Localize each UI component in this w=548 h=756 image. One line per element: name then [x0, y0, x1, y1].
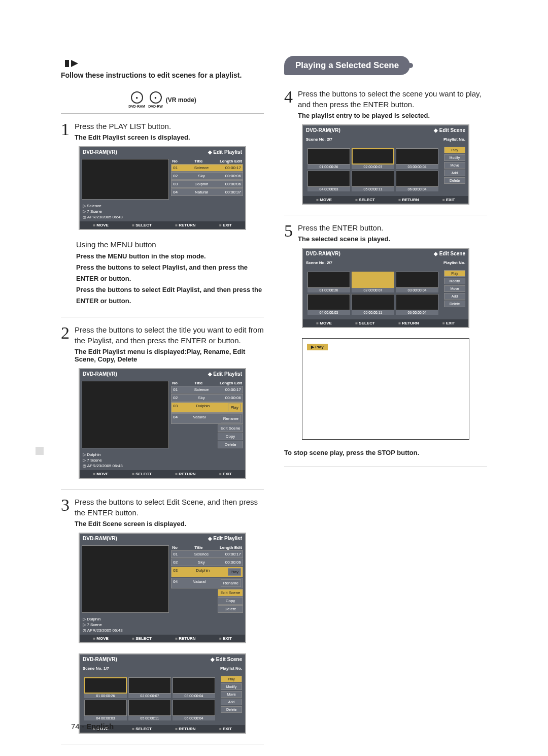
step-1-bold: The Edit Playlist screen is displayed. — [75, 134, 190, 141]
scene-thumb: 06 00:00:04 — [396, 171, 438, 191]
scene-thumb: 04 00:00:03 — [307, 171, 350, 191]
screenshot-playback-preview: ▶ Play — [302, 338, 469, 440]
deco-bar — [65, 60, 69, 67]
deco-triangle — [71, 60, 78, 67]
left-column: Follow these instructions to edit scenes… — [61, 56, 264, 751]
step-4-text: Press the buttons to select the scene yo… — [298, 88, 487, 110]
step-4: 4 Press the buttons to select the scene … — [284, 88, 487, 205]
divider — [61, 489, 264, 489]
play-indicator: ▶ Play — [307, 344, 328, 350]
scene-thumb: 06 00:00:04 — [396, 294, 438, 315]
scene-thumb: 04 00:00:03 — [307, 294, 350, 315]
step-3-number: 3 — [61, 497, 70, 514]
vr-mode-label: (VR mode) — [166, 96, 196, 104]
step-1: 1 Press the PLAY LIST button. The Edit P… — [61, 121, 264, 307]
scene-thumb: 03 00:00:04 — [396, 148, 438, 169]
step-2-text: Press the buttons to select the title yo… — [75, 324, 264, 346]
scene-button-play: Play — [221, 676, 242, 682]
menu-sub-b3: Press the buttons to select Edit Playlis… — [76, 284, 264, 307]
step-5: 5 Press the ENTER button. The selected s… — [284, 222, 487, 456]
step-4-bold: The playlist entry to be played is selec… — [298, 112, 487, 119]
page-number: 74 - English — [71, 722, 114, 731]
page-columns: Follow these instructions to edit scenes… — [61, 56, 487, 751]
side-margin-tab — [36, 447, 44, 455]
scene-button-delete: Delete — [221, 706, 242, 713]
screenshot-edit-playlist-menu: DVD-RAM(VR)◆ Edit Playlist NoTitleLength… — [79, 368, 246, 479]
scene-button-delete: Delete — [444, 177, 465, 184]
scene-button-move: Move — [444, 162, 465, 169]
divider — [61, 113, 264, 114]
scene-button-play: Play — [444, 270, 465, 277]
scene-button-move: Move — [221, 691, 242, 698]
stop-note: To stop scene play, press the STOP butto… — [284, 449, 487, 456]
screenshot-scene-play-highlight: DVD-RAM(VR)◆ Edit Scene Scene No. 2/7Pla… — [302, 248, 469, 328]
scene-button-modify: Modify — [444, 154, 465, 161]
disc-icons-row: ●DVD-RAM ●DVD-RW (VR mode) — [61, 91, 264, 108]
divider — [61, 317, 264, 317]
step-2-number: 2 — [61, 324, 70, 342]
scene-thumb: 06 00:00:04 — [173, 700, 215, 720]
scene-button-play: Play — [444, 147, 465, 153]
menu-sub-head: Using the MENU button — [76, 240, 264, 249]
screenshot-edit-scene-select: DVD-RAM(VR)◆ Edit Playlist NoTitleLength… — [79, 533, 246, 643]
step-4-number: 4 — [284, 88, 293, 106]
scene-thumb: 03 00:00:04 — [173, 677, 215, 698]
scene-thumb: 02 00:00:07 — [352, 148, 394, 169]
step-5-bold: The selected scene is played. — [298, 235, 390, 243]
step-2: 2 Press the buttons to select the title … — [61, 324, 264, 479]
step-3-text: Press the buttons to select Edit Scene, … — [75, 497, 264, 518]
scene-thumb: 04 00:00:03 — [84, 700, 127, 720]
intro-text: Follow these instructions to edit scenes… — [61, 71, 264, 79]
scene-thumb: 03 00:00:04 — [396, 272, 438, 292]
step-2-bold: The Edit Playlist menu is displayed:Play… — [75, 348, 264, 363]
scene-button-modify: Modify — [221, 683, 242, 690]
scene-thumb: 01 00:00:26 — [307, 272, 350, 292]
screenshot-edit-playlist-1: DVD-RAM(VR)◆ Edit Playlist NoTitleLength… — [79, 146, 246, 230]
screenshot-selected-scene: DVD-RAM(VR)◆ Edit Scene Scene No. 2/7Pla… — [302, 124, 469, 205]
divider — [61, 744, 264, 744]
scene-thumb: 02 00:00:07 — [352, 272, 394, 292]
section-heading-playing-scene: Playing a Selected Scene — [284, 56, 410, 75]
scene-thumb: 02 00:00:07 — [128, 677, 171, 698]
divider — [284, 467, 487, 467]
scene-button-modify: Modify — [444, 278, 465, 284]
scene-thumb: 05 00:00:11 — [128, 700, 171, 720]
disc-rw-icon: ●DVD-RW — [148, 91, 163, 108]
step-5-text: Press the ENTER button. — [298, 222, 390, 233]
scene-button-add: Add — [221, 699, 242, 705]
right-column: Playing a Selected Scene 4 Press the but… — [284, 56, 487, 751]
divider — [284, 215, 487, 215]
step-3: 3 Press the buttons to select Edit Scene… — [61, 497, 264, 734]
disc-ram-icon: ●DVD-RAM — [128, 91, 145, 108]
scene-button-add: Add — [444, 170, 465, 176]
step-5-number: 5 — [284, 222, 293, 240]
scene-thumb: 05 00:00:11 — [352, 171, 394, 191]
step-3-bold: The Edit Scene screen is displayed. — [75, 520, 264, 528]
scene-thumb: 01 00:00:26 — [307, 148, 350, 169]
step-1-text: Press the PLAY LIST button. — [75, 121, 190, 132]
step-1-number: 1 — [61, 121, 70, 138]
scene-thumb: 05 00:00:11 — [352, 294, 394, 315]
scene-button-delete: Delete — [444, 301, 465, 307]
scene-thumb: 01 00:00:26 — [84, 677, 127, 698]
scene-button-move: Move — [444, 285, 465, 292]
menu-sub-b2: Press the buttons to select Playlist, an… — [76, 262, 264, 284]
scene-button-add: Add — [444, 293, 465, 300]
menu-sub-b1: Press the MENU button in the stop mode. — [76, 251, 264, 262]
